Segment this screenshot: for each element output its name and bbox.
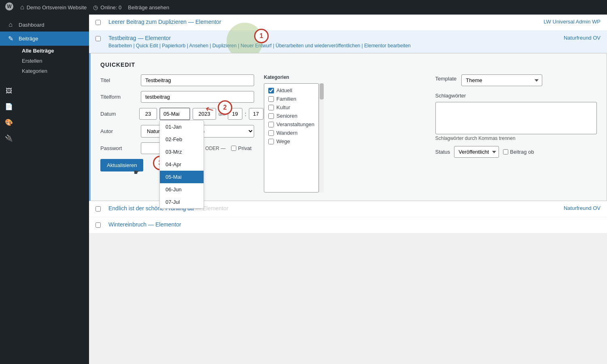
action-papierkorb[interactable]: Papierkorb: [162, 43, 185, 49]
home-icon: ⌂: [20, 4, 24, 11]
qe-datum-minute-input[interactable]: [249, 108, 263, 120]
checkbox-leerer[interactable]: [96, 20, 101, 25]
sidebar-sub-erstellen[interactable]: Erstellen: [19, 56, 89, 66]
qe-passwort-label: Passwort: [100, 145, 137, 151]
qe-privat-label[interactable]: Privat: [231, 145, 251, 151]
sidebar-sub-kategorien[interactable]: Kategorien: [19, 66, 89, 76]
kat-label-aktuell[interactable]: Aktuell: [276, 87, 292, 93]
month-02-feb[interactable]: 02-Feb: [160, 133, 204, 146]
action-elementor-bearbeiten[interactable]: Elementor bearbeiten: [364, 43, 411, 49]
kat-item-wege[interactable]: Wege: [267, 137, 316, 146]
post-row-testbeitrag: Testbeitrag — Elementor Bearbeiten | Qui…: [89, 31, 607, 53]
sidebar-item-media[interactable]: 🖼: [0, 84, 89, 98]
online-item[interactable]: ◷ Online: 0: [93, 4, 121, 11]
qe-beitrag-checkbox[interactable]: [503, 149, 508, 154]
checkbox-testbeitrag[interactable]: [96, 36, 101, 41]
qe-beitrag-label[interactable]: Beitrag ob: [503, 149, 534, 155]
qe-status-select[interactable]: Veröffentlicht Entwurf Privat: [454, 146, 499, 158]
sidebar-item-plugins[interactable]: 🔌: [0, 131, 89, 145]
month-05-mai[interactable]: 05-Mai: [160, 171, 204, 183]
kat-checkbox-veranstaltungen[interactable]: [268, 122, 274, 127]
kat-label-wege[interactable]: Wege: [276, 138, 290, 144]
svg-text:W: W: [7, 4, 12, 9]
month-01-jan[interactable]: 01-Jan: [160, 121, 204, 133]
sidebar-item-dashboard[interactable]: ⌂ Dashboard: [0, 18, 89, 32]
kat-label-senioren[interactable]: Senioren: [276, 113, 297, 119]
month-04-apr[interactable]: 04-Apr: [160, 158, 204, 171]
step-2-circle: 2: [218, 100, 232, 115]
main-content: Leerer Beitrag zum Duplizieren — Element…: [89, 15, 607, 364]
post-title-link-testbeitrag[interactable]: Testbeitrag — Elementor: [108, 35, 171, 41]
posts-area: Leerer Beitrag zum Duplizieren — Element…: [89, 15, 607, 233]
kategorien-scrollbar[interactable]: [319, 83, 324, 193]
pages-icon: 📄: [5, 103, 13, 110]
kat-item-veranstaltungen[interactable]: Veranstaltungen: [267, 120, 316, 129]
post-checkbox-endlich[interactable]: [96, 205, 104, 213]
kat-label-familien[interactable]: Familien: [276, 96, 296, 102]
post-title-link-wintereinbruch[interactable]: Wintereinbruch — Elementor: [108, 221, 181, 228]
month-07-jul[interactable]: 07-Jul: [160, 196, 204, 208]
kat-item-senioren[interactable]: Senioren: [267, 112, 316, 120]
kat-item-kultur[interactable]: Kultur: [267, 103, 316, 112]
qe-status-label: Status: [435, 149, 450, 155]
action-ansehen[interactable]: Ansehen: [189, 43, 208, 49]
wp-logo-icon: W: [5, 2, 14, 13]
qe-titelform-label: Titelform: [100, 94, 137, 100]
quickedit-panel: QUICKEDIT Titel Titelform: [89, 53, 607, 201]
post-row-wintereinbruch: Wintereinbruch — Elementor: [89, 217, 607, 233]
kat-item-familien[interactable]: Familien: [267, 95, 316, 103]
post-author-testbeitrag[interactable]: Naturfreund OV: [536, 35, 601, 41]
site-name-item[interactable]: ⌂ Demo Ortsverein Website: [20, 4, 87, 11]
kat-item-aktuell[interactable]: Aktuell: [267, 86, 316, 95]
checkbox-endlich[interactable]: [96, 206, 101, 212]
cursor-icon: ☛: [134, 168, 140, 177]
post-title-link-leerer[interactable]: Leerer Beitrag zum Duplizieren — Element…: [108, 19, 221, 25]
month-dropdown: 01-Jan 02-Feb 03-Mrz 04-Apr 05-Mai 06-Ju…: [159, 120, 204, 209]
kat-checkbox-familien[interactable]: [268, 96, 274, 102]
kat-label-veranstaltungen[interactable]: Veranstaltungen: [276, 121, 314, 127]
qe-titel-input[interactable]: [141, 74, 254, 86]
kat-checkbox-wandern[interactable]: [268, 130, 274, 136]
sidebar-item-pages[interactable]: 📄: [0, 99, 89, 114]
qe-titelform-input[interactable]: [141, 91, 254, 103]
action-duplizieren[interactable]: Duplizieren: [212, 43, 237, 49]
qe-month-select[interactable]: 05-Mai: [159, 108, 190, 120]
kat-checkbox-aktuell[interactable]: [268, 88, 274, 93]
month-06-jun[interactable]: 06-Jun: [160, 183, 204, 196]
qe-titel-field: Titel: [100, 74, 254, 86]
sidebar-item-appearance[interactable]: 🎨: [0, 115, 89, 129]
kat-checkbox-kultur[interactable]: [268, 105, 274, 110]
month-03-mrz[interactable]: 03-Mrz: [160, 146, 204, 158]
post-checkbox-leerer[interactable]: [96, 19, 104, 26]
appearance-icon: 🎨: [5, 119, 13, 126]
beitraege-ansehen-item[interactable]: Beiträge ansehen: [128, 4, 169, 11]
qe-datum-day-input[interactable]: [139, 108, 157, 120]
qe-template-label: Template: [435, 76, 457, 82]
action-bearbeiten[interactable]: Bearbeiten: [108, 43, 132, 49]
qe-left-column: Titel Titelform Datum: [100, 74, 254, 171]
sidebar-sub-alle-beitraege[interactable]: Alle Beiträge: [19, 46, 89, 56]
action-quickedit[interactable]: Quick Edit: [136, 43, 158, 49]
action-ueberarbeiten[interactable]: Überarbeiten und wiederveröffentlichen: [276, 43, 360, 49]
qe-kategorien-label: Kategorien: [264, 74, 426, 80]
qe-privat-checkbox[interactable]: [231, 146, 236, 151]
scrollbar-thumb[interactable]: [320, 83, 324, 99]
sidebar-item-beitraege[interactable]: ✎ Beiträge: [0, 32, 89, 46]
kat-checkbox-senioren[interactable]: [268, 113, 274, 119]
main-layout: ⌂ Dashboard ✎ Beiträge Alle Beiträge Ers…: [0, 15, 607, 364]
qe-datum-label: Datum: [100, 111, 137, 117]
kat-item-wandern[interactable]: Wandern: [267, 129, 316, 137]
qe-template-select[interactable]: Theme Default Template Elementor Canvas …: [461, 74, 542, 86]
action-neuer-entwurf[interactable]: Neuer Entwurf: [240, 43, 272, 49]
site-name: Demo Ortsverein Website: [27, 4, 87, 11]
kat-label-kultur[interactable]: Kultur: [276, 104, 290, 110]
kat-checkbox-wege[interactable]: [268, 139, 274, 144]
qe-schlagwoerter-textarea[interactable]: [435, 102, 597, 134]
qe-schlagwoerter-label: Schlagwörter: [435, 93, 597, 99]
post-author-endlich[interactable]: Naturfreund OV: [536, 205, 601, 211]
post-checkbox-testbeitrag[interactable]: [96, 35, 104, 42]
beitraege-icon: ✎: [6, 35, 15, 42]
wp-logo-item[interactable]: W: [5, 2, 14, 13]
post-author-leerer[interactable]: LW Universal Admin WP: [536, 19, 601, 25]
kat-label-wandern[interactable]: Wandern: [276, 130, 297, 136]
